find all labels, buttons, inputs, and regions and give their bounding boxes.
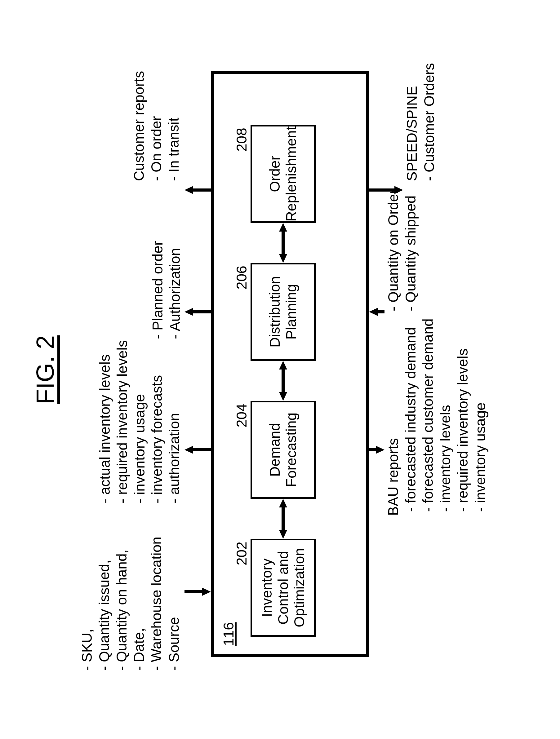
module-inventory-label: Inventory Control and Optimization — [259, 548, 308, 627]
note-customer-reports: Customer reports - On order - In transit — [130, 71, 182, 181]
svg-marker-12 — [184, 446, 193, 454]
module-distribution-label: Distribution Planning — [267, 276, 299, 347]
arrow-dist-in-bottom — [369, 307, 385, 316]
module-demand-ref: 204 — [233, 404, 250, 428]
module-distribution-ref: 206 — [233, 266, 250, 290]
arrow-inv-demand — [278, 499, 288, 539]
arrow-sku-in — [184, 587, 211, 596]
svg-marker-10 — [202, 588, 211, 596]
note-planned-order: - Planned order - Authorization — [149, 241, 183, 339]
arrow-order-out-bottom — [369, 185, 403, 195]
arrow-demand-out-top — [184, 445, 211, 454]
module-order: Order Replenishment — [251, 125, 316, 223]
module-demand-label: Demand Forecasting — [267, 413, 299, 487]
note-speed-spine: SPEED/SPINE - Customer Orders — [403, 63, 438, 181]
arrow-dist-out-top — [184, 307, 211, 316]
svg-marker-1 — [279, 530, 287, 539]
module-inventory: Inventory Control and Optimization — [251, 539, 316, 637]
note-bau-reports: BAU reports - forecasted industry demand… — [385, 318, 489, 516]
arrow-demand-out-bottom — [369, 445, 385, 454]
svg-marker-8 — [279, 223, 287, 232]
svg-marker-20 — [369, 308, 378, 316]
svg-marker-18 — [376, 446, 385, 454]
note-sku: - SKU, - Quantity issued, - Quantity on … — [78, 537, 183, 671]
svg-marker-5 — [279, 361, 287, 370]
svg-marker-7 — [279, 254, 287, 263]
module-demand: Demand Forecasting — [251, 401, 316, 499]
svg-marker-22 — [394, 186, 403, 194]
module-inventory-ref: 202 — [233, 542, 250, 565]
svg-marker-4 — [279, 392, 287, 401]
svg-marker-2 — [279, 499, 287, 507]
arrow-order-out-top — [184, 185, 211, 195]
module-order-label: Order Replenishment — [267, 127, 299, 221]
module-order-ref: 208 — [233, 128, 250, 152]
module-distribution: Distribution Planning — [251, 263, 316, 361]
arrow-demand-dist — [278, 361, 288, 401]
svg-marker-16 — [184, 186, 193, 194]
arrow-dist-order — [278, 223, 288, 263]
svg-marker-14 — [184, 308, 193, 316]
note-inventory-levels: - actual inventory levels - required inv… — [96, 340, 183, 503]
diagram-canvas: FIG. 2 116 Inventory Control and Optimiz… — [0, 0, 560, 739]
figure-title: FIG. 2 — [31, 335, 59, 404]
system-ref-label: 116 — [220, 622, 237, 646]
note-qty-on-order: - Quantity on Order - Quantity shipped — [385, 189, 419, 311]
